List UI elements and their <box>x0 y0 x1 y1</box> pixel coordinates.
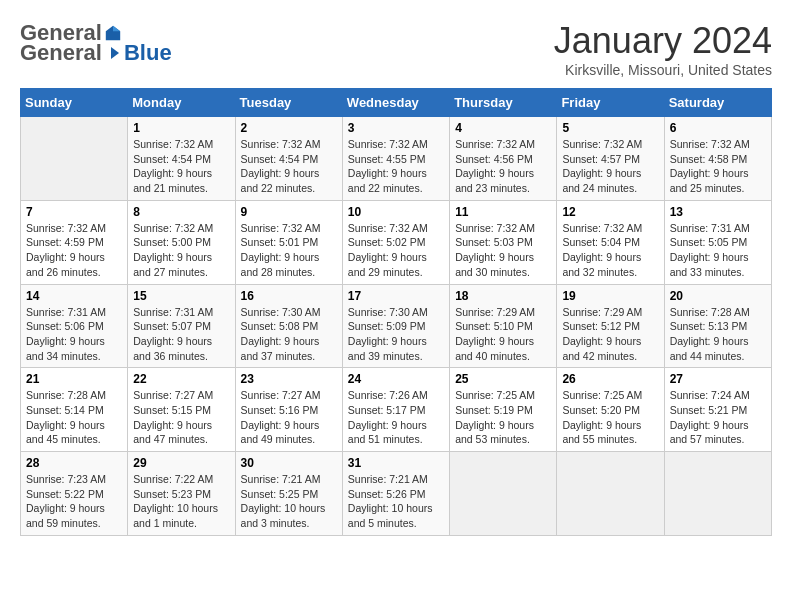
day-info: Sunrise: 7:29 AMSunset: 5:12 PMDaylight:… <box>562 305 658 364</box>
month-title: January 2024 <box>554 20 772 62</box>
day-info: Sunrise: 7:31 AMSunset: 5:06 PMDaylight:… <box>26 305 122 364</box>
calendar-cell: 11Sunrise: 7:32 AMSunset: 5:03 PMDayligh… <box>450 200 557 284</box>
calendar-cell <box>664 452 771 536</box>
calendar-cell: 1Sunrise: 7:32 AMSunset: 4:54 PMDaylight… <box>128 117 235 201</box>
day-info: Sunrise: 7:32 AMSunset: 4:54 PMDaylight:… <box>241 137 337 196</box>
calendar-cell: 21Sunrise: 7:28 AMSunset: 5:14 PMDayligh… <box>21 368 128 452</box>
day-number: 3 <box>348 121 444 135</box>
calendar-cell: 2Sunrise: 7:32 AMSunset: 4:54 PMDaylight… <box>235 117 342 201</box>
day-number: 23 <box>241 372 337 386</box>
day-info: Sunrise: 7:21 AMSunset: 5:26 PMDaylight:… <box>348 472 444 531</box>
day-number: 6 <box>670 121 766 135</box>
calendar-cell: 10Sunrise: 7:32 AMSunset: 5:02 PMDayligh… <box>342 200 449 284</box>
calendar-cell <box>21 117 128 201</box>
day-number: 11 <box>455 205 551 219</box>
day-info: Sunrise: 7:27 AMSunset: 5:16 PMDaylight:… <box>241 388 337 447</box>
day-info: Sunrise: 7:30 AMSunset: 5:09 PMDaylight:… <box>348 305 444 364</box>
day-info: Sunrise: 7:32 AMSunset: 5:03 PMDaylight:… <box>455 221 551 280</box>
day-info: Sunrise: 7:31 AMSunset: 5:07 PMDaylight:… <box>133 305 229 364</box>
day-info: Sunrise: 7:32 AMSunset: 4:59 PMDaylight:… <box>26 221 122 280</box>
calendar-cell: 29Sunrise: 7:22 AMSunset: 5:23 PMDayligh… <box>128 452 235 536</box>
day-info: Sunrise: 7:32 AMSunset: 5:01 PMDaylight:… <box>241 221 337 280</box>
calendar-header: SundayMondayTuesdayWednesdayThursdayFrid… <box>21 89 772 117</box>
calendar-week-row: 1Sunrise: 7:32 AMSunset: 4:54 PMDaylight… <box>21 117 772 201</box>
logo-arrow-icon <box>103 43 123 63</box>
calendar-cell: 26Sunrise: 7:25 AMSunset: 5:20 PMDayligh… <box>557 368 664 452</box>
day-info: Sunrise: 7:21 AMSunset: 5:25 PMDaylight:… <box>241 472 337 531</box>
day-of-week-friday: Friday <box>557 89 664 117</box>
calendar-cell: 22Sunrise: 7:27 AMSunset: 5:15 PMDayligh… <box>128 368 235 452</box>
day-info: Sunrise: 7:29 AMSunset: 5:10 PMDaylight:… <box>455 305 551 364</box>
calendar-cell: 15Sunrise: 7:31 AMSunset: 5:07 PMDayligh… <box>128 284 235 368</box>
calendar-week-row: 7Sunrise: 7:32 AMSunset: 4:59 PMDaylight… <box>21 200 772 284</box>
day-info: Sunrise: 7:23 AMSunset: 5:22 PMDaylight:… <box>26 472 122 531</box>
day-info: Sunrise: 7:31 AMSunset: 5:05 PMDaylight:… <box>670 221 766 280</box>
day-number: 7 <box>26 205 122 219</box>
calendar-cell: 31Sunrise: 7:21 AMSunset: 5:26 PMDayligh… <box>342 452 449 536</box>
day-number: 8 <box>133 205 229 219</box>
day-number: 17 <box>348 289 444 303</box>
day-number: 1 <box>133 121 229 135</box>
calendar-cell: 27Sunrise: 7:24 AMSunset: 5:21 PMDayligh… <box>664 368 771 452</box>
day-number: 22 <box>133 372 229 386</box>
calendar-cell: 9Sunrise: 7:32 AMSunset: 5:01 PMDaylight… <box>235 200 342 284</box>
day-number: 9 <box>241 205 337 219</box>
day-of-week-thursday: Thursday <box>450 89 557 117</box>
calendar-cell: 25Sunrise: 7:25 AMSunset: 5:19 PMDayligh… <box>450 368 557 452</box>
calendar-cell: 18Sunrise: 7:29 AMSunset: 5:10 PMDayligh… <box>450 284 557 368</box>
calendar-week-row: 14Sunrise: 7:31 AMSunset: 5:06 PMDayligh… <box>21 284 772 368</box>
day-of-week-tuesday: Tuesday <box>235 89 342 117</box>
day-number: 10 <box>348 205 444 219</box>
day-info: Sunrise: 7:28 AMSunset: 5:14 PMDaylight:… <box>26 388 122 447</box>
day-info: Sunrise: 7:32 AMSunset: 4:56 PMDaylight:… <box>455 137 551 196</box>
calendar-cell: 4Sunrise: 7:32 AMSunset: 4:56 PMDaylight… <box>450 117 557 201</box>
day-number: 15 <box>133 289 229 303</box>
calendar-table: SundayMondayTuesdayWednesdayThursdayFrid… <box>20 88 772 536</box>
days-of-week-row: SundayMondayTuesdayWednesdayThursdayFrid… <box>21 89 772 117</box>
day-number: 12 <box>562 205 658 219</box>
calendar-cell <box>557 452 664 536</box>
header: General General Blue January 2024 Kirksv… <box>20 20 772 78</box>
day-number: 24 <box>348 372 444 386</box>
day-of-week-sunday: Sunday <box>21 89 128 117</box>
day-number: 26 <box>562 372 658 386</box>
calendar-cell: 28Sunrise: 7:23 AMSunset: 5:22 PMDayligh… <box>21 452 128 536</box>
calendar-cell: 19Sunrise: 7:29 AMSunset: 5:12 PMDayligh… <box>557 284 664 368</box>
day-info: Sunrise: 7:22 AMSunset: 5:23 PMDaylight:… <box>133 472 229 531</box>
day-info: Sunrise: 7:26 AMSunset: 5:17 PMDaylight:… <box>348 388 444 447</box>
day-number: 28 <box>26 456 122 470</box>
logo: General General Blue <box>20 20 172 66</box>
day-of-week-saturday: Saturday <box>664 89 771 117</box>
day-number: 25 <box>455 372 551 386</box>
calendar-cell: 3Sunrise: 7:32 AMSunset: 4:55 PMDaylight… <box>342 117 449 201</box>
calendar-cell <box>450 452 557 536</box>
calendar-cell: 6Sunrise: 7:32 AMSunset: 4:58 PMDaylight… <box>664 117 771 201</box>
calendar-cell: 17Sunrise: 7:30 AMSunset: 5:09 PMDayligh… <box>342 284 449 368</box>
day-info: Sunrise: 7:25 AMSunset: 5:19 PMDaylight:… <box>455 388 551 447</box>
day-info: Sunrise: 7:32 AMSunset: 5:02 PMDaylight:… <box>348 221 444 280</box>
calendar-cell: 12Sunrise: 7:32 AMSunset: 5:04 PMDayligh… <box>557 200 664 284</box>
calendar-cell: 23Sunrise: 7:27 AMSunset: 5:16 PMDayligh… <box>235 368 342 452</box>
calendar-body: 1Sunrise: 7:32 AMSunset: 4:54 PMDaylight… <box>21 117 772 536</box>
day-number: 14 <box>26 289 122 303</box>
day-number: 4 <box>455 121 551 135</box>
day-info: Sunrise: 7:32 AMSunset: 4:57 PMDaylight:… <box>562 137 658 196</box>
day-info: Sunrise: 7:32 AMSunset: 5:00 PMDaylight:… <box>133 221 229 280</box>
day-number: 27 <box>670 372 766 386</box>
day-info: Sunrise: 7:25 AMSunset: 5:20 PMDaylight:… <box>562 388 658 447</box>
day-number: 29 <box>133 456 229 470</box>
day-info: Sunrise: 7:32 AMSunset: 5:04 PMDaylight:… <box>562 221 658 280</box>
calendar-cell: 7Sunrise: 7:32 AMSunset: 4:59 PMDaylight… <box>21 200 128 284</box>
day-number: 30 <box>241 456 337 470</box>
calendar-cell: 30Sunrise: 7:21 AMSunset: 5:25 PMDayligh… <box>235 452 342 536</box>
location: Kirksville, Missouri, United States <box>554 62 772 78</box>
day-number: 18 <box>455 289 551 303</box>
calendar-cell: 8Sunrise: 7:32 AMSunset: 5:00 PMDaylight… <box>128 200 235 284</box>
calendar-week-row: 28Sunrise: 7:23 AMSunset: 5:22 PMDayligh… <box>21 452 772 536</box>
calendar-cell: 16Sunrise: 7:30 AMSunset: 5:08 PMDayligh… <box>235 284 342 368</box>
day-of-week-wednesday: Wednesday <box>342 89 449 117</box>
calendar-week-row: 21Sunrise: 7:28 AMSunset: 5:14 PMDayligh… <box>21 368 772 452</box>
day-of-week-monday: Monday <box>128 89 235 117</box>
calendar-cell: 13Sunrise: 7:31 AMSunset: 5:05 PMDayligh… <box>664 200 771 284</box>
day-info: Sunrise: 7:27 AMSunset: 5:15 PMDaylight:… <box>133 388 229 447</box>
